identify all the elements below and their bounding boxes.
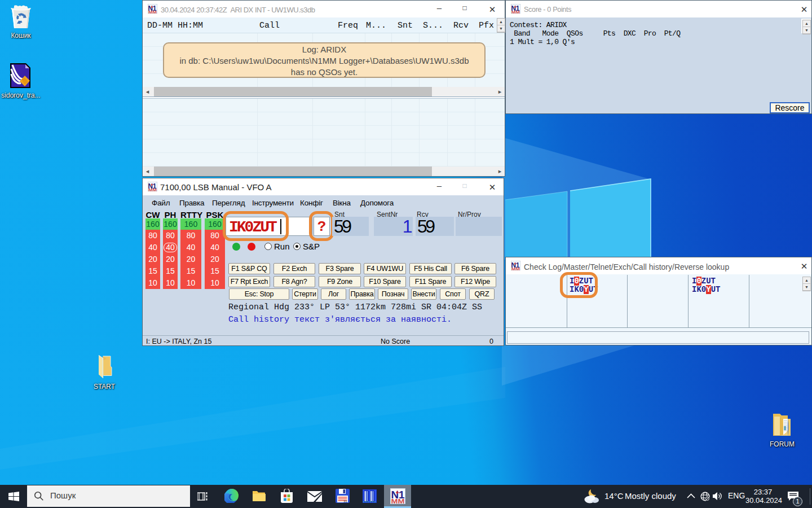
- svg-text:MM: MM: [511, 267, 520, 271]
- svg-text:+: +: [151, 5, 153, 10]
- svg-text:+: +: [514, 261, 517, 266]
- svg-text:+: +: [396, 489, 399, 496]
- svg-text:MM: MM: [391, 498, 405, 505]
- svg-text:MM: MM: [148, 10, 157, 14]
- svg-text:+: +: [514, 5, 517, 10]
- svg-text:+: +: [151, 182, 153, 187]
- svg-text:MM: MM: [148, 188, 157, 192]
- svg-text:MM: MM: [511, 10, 520, 14]
- svg-text:31: 31: [343, 500, 347, 503]
